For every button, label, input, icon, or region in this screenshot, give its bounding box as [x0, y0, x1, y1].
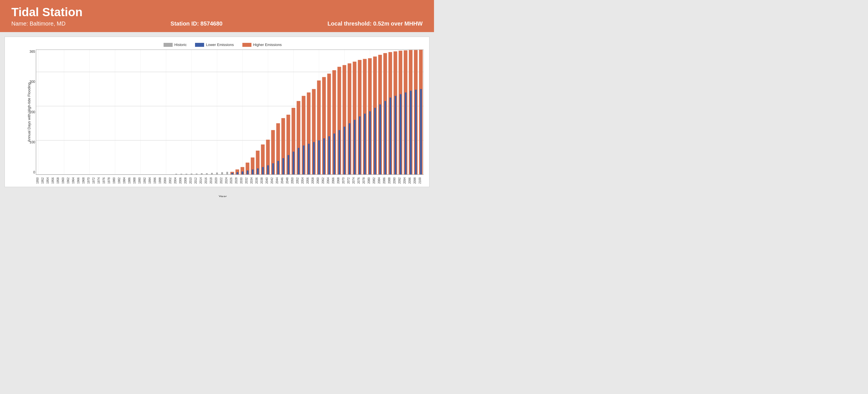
- x-axis-tick-label: 1996: [153, 177, 156, 184]
- bar-lower: [410, 91, 412, 175]
- header-section: Tidal Station Name: Baltimore, MD Statio…: [0, 0, 434, 32]
- x-axis-tick-label: 1962: [67, 177, 70, 184]
- legend-label: Historic: [174, 43, 187, 47]
- x-axis-tick-label: 2032: [245, 177, 248, 184]
- x-axis-tick-label: 2000: [163, 177, 167, 184]
- station-name: Name: Baltimore, MD: [11, 21, 65, 27]
- bar-lower: [318, 141, 320, 175]
- bar-lower: [282, 158, 284, 175]
- x-axis-tick-label: 1952: [41, 177, 44, 184]
- bar-lower: [292, 151, 294, 175]
- chart-container: HistoricLower EmissionsHigher Emissions …: [4, 37, 430, 187]
- x-axis-tick-label: 1968: [82, 177, 85, 184]
- bar-lower: [267, 166, 269, 175]
- bar-lower: [313, 142, 315, 175]
- bar-lower: [272, 163, 274, 175]
- bar-lower: [374, 108, 376, 175]
- bar-lower: [242, 171, 243, 175]
- x-axis-tick-label: 1988: [133, 177, 136, 184]
- x-axis-tick-label: 2088: [388, 177, 391, 184]
- bar-lower: [338, 130, 340, 175]
- bar-lower: [252, 169, 253, 175]
- bar-lower: [298, 148, 299, 175]
- bar-lower: [231, 173, 233, 175]
- x-axis-tick-label: 1958: [56, 177, 60, 184]
- bar-lower: [257, 168, 258, 175]
- x-axis-tick-label: 2080: [367, 177, 371, 184]
- x-axis-tick-label: 2060: [316, 177, 319, 184]
- bar-historic: [211, 173, 213, 175]
- x-axis-tick-label: 1964: [72, 177, 75, 184]
- x-axis-tick-label: 2098: [413, 177, 416, 184]
- x-axis-tick-label: 2090: [393, 177, 396, 184]
- x-axis-tick-label: 1972: [92, 177, 95, 184]
- x-axis-tick-label: 2016: [205, 177, 208, 184]
- legend-item: Higher Emissions: [242, 43, 282, 47]
- x-axis-tick-label: 2048: [286, 177, 289, 184]
- x-axis-tick-label: 2050: [291, 177, 294, 184]
- station-id: Station ID: 8574680: [170, 21, 222, 27]
- x-axis-tick-label: 2008: [184, 177, 187, 184]
- bar-lower: [405, 92, 406, 175]
- x-axis-tick-label: 2092: [398, 177, 401, 184]
- bar-lower: [323, 138, 325, 175]
- x-axis-tick-label: 2062: [321, 177, 324, 184]
- x-axis-tick-label: 1970: [87, 177, 90, 184]
- x-axis-tick-label: 2030: [240, 177, 243, 184]
- x-axis-tick-label: 2096: [408, 177, 411, 184]
- x-axis-tick-label: 2070: [342, 177, 345, 184]
- legend: HistoricLower EmissionsHigher Emissions: [22, 43, 424, 47]
- x-axis-tick-label: 1974: [97, 177, 100, 184]
- bar-historic: [221, 172, 223, 175]
- bar-lower: [287, 155, 289, 175]
- x-axis-tick-label: 2054: [301, 177, 304, 184]
- x-axis-tick-label: 2046: [281, 177, 284, 184]
- x-axis-tick-label: 2002: [169, 177, 172, 184]
- x-axis-tick-label: 2040: [265, 177, 269, 184]
- x-axis-tick-label: 2042: [271, 177, 274, 184]
- bar-lower: [237, 172, 238, 175]
- bar-lower: [379, 105, 381, 175]
- x-axis-tick-label: 2022: [220, 177, 223, 184]
- bar-lower: [354, 120, 355, 175]
- x-axis-tick-label: 2038: [260, 177, 264, 184]
- x-axis-tick-label: 2034: [250, 177, 253, 184]
- x-axis-tick-label: 2076: [357, 177, 360, 184]
- x-axis-tick-label: 1980: [113, 177, 116, 184]
- bar-lower: [390, 97, 391, 175]
- x-axis-tick-label: 1984: [123, 177, 126, 184]
- chart-area: Annual Days with High-tide Flooding 365 …: [22, 50, 424, 175]
- x-axis-tick-label: 2006: [179, 177, 182, 184]
- x-axis-tick-label: 2068: [337, 177, 340, 184]
- x-axis-tick-label: 2014: [199, 177, 203, 184]
- bar-lower: [328, 136, 330, 175]
- bar-lower: [420, 89, 422, 175]
- legend-label: Lower Emissions: [206, 43, 234, 47]
- x-axis-tick-label: 2012: [194, 177, 197, 184]
- x-axis-tick-label: 2052: [296, 177, 299, 184]
- legend-label: Higher Emissions: [253, 43, 282, 47]
- bar-lower: [364, 114, 366, 175]
- x-axis-tick-label: 2084: [378, 177, 381, 184]
- bar-lower: [277, 161, 279, 175]
- x-axis-tick-label: 1994: [148, 177, 151, 184]
- chart-svg: 1950195219541956195819601962196419661968…: [36, 50, 424, 175]
- x-axis-tick-label: 2086: [383, 177, 386, 184]
- bar-lower: [308, 144, 310, 175]
- x-axis-tick-label: 1982: [118, 177, 121, 184]
- x-axis-tick-label: 1990: [138, 177, 141, 184]
- bar-historic: [226, 172, 228, 175]
- x-axis-tick-label: 2028: [235, 177, 238, 184]
- legend-swatch: [163, 43, 173, 47]
- x-axis-tick-label: 2018: [210, 177, 213, 184]
- legend-swatch: [195, 43, 204, 47]
- x-axis-tick-label: 1978: [107, 177, 111, 184]
- bar-lower: [333, 134, 335, 175]
- x-axis-tick-label: 1992: [143, 177, 146, 184]
- x-axis-tick-label: 1976: [102, 177, 105, 184]
- x-axis-tick-label: 2066: [332, 177, 335, 184]
- x-axis-tick-label: 2082: [372, 177, 376, 184]
- legend-item: Historic: [163, 43, 187, 47]
- x-axis-tick-label: 1966: [77, 177, 80, 184]
- x-axis-tick-label: 1954: [46, 177, 49, 184]
